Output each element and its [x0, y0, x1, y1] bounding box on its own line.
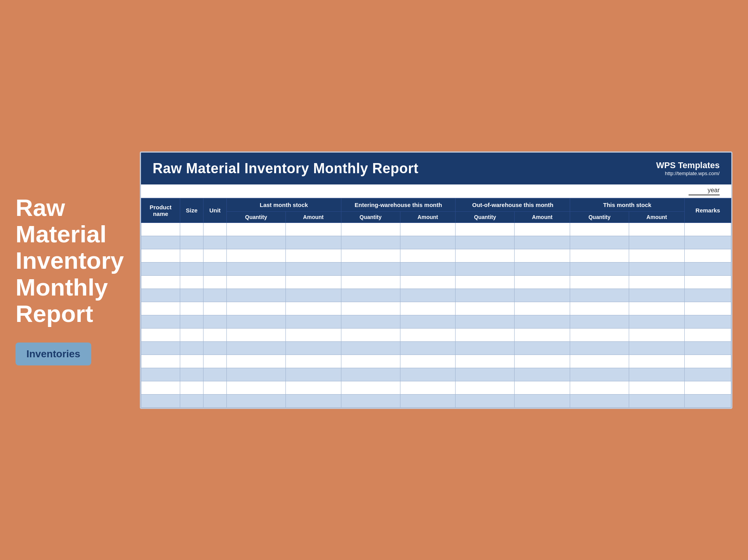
table-cell[interactable] — [227, 249, 286, 262]
table-cell[interactable] — [180, 262, 204, 275]
table-cell[interactable] — [204, 289, 227, 302]
table-cell[interactable] — [570, 368, 629, 381]
table-cell[interactable] — [515, 355, 570, 368]
table-cell[interactable] — [400, 355, 456, 368]
table-cell[interactable] — [629, 275, 685, 289]
table-cell[interactable] — [515, 275, 570, 289]
table-cell[interactable] — [570, 249, 629, 262]
table-cell[interactable] — [629, 223, 685, 236]
table-cell[interactable] — [400, 341, 456, 355]
table-cell[interactable] — [341, 236, 400, 249]
table-cell[interactable] — [685, 302, 731, 315]
table-cell[interactable] — [341, 289, 400, 302]
table-cell[interactable] — [629, 368, 685, 381]
table-cell[interactable] — [456, 328, 515, 341]
table-cell[interactable] — [400, 236, 456, 249]
table-cell[interactable] — [685, 249, 731, 262]
table-cell[interactable] — [141, 249, 180, 262]
table-cell[interactable] — [515, 262, 570, 275]
table-cell[interactable] — [570, 355, 629, 368]
table-cell[interactable] — [141, 289, 180, 302]
table-cell[interactable] — [285, 223, 341, 236]
table-cell[interactable] — [570, 341, 629, 355]
table-cell[interactable] — [515, 302, 570, 315]
table-cell[interactable] — [400, 275, 456, 289]
table-cell[interactable] — [515, 315, 570, 328]
table-cell[interactable] — [285, 355, 341, 368]
table-cell[interactable] — [341, 262, 400, 275]
table-cell[interactable] — [141, 394, 180, 407]
table-cell[interactable] — [204, 262, 227, 275]
table-cell[interactable] — [341, 328, 400, 341]
table-cell[interactable] — [285, 236, 341, 249]
table-cell[interactable] — [570, 302, 629, 315]
table-cell[interactable] — [341, 223, 400, 236]
table-cell[interactable] — [204, 368, 227, 381]
table-cell[interactable] — [341, 355, 400, 368]
table-cell[interactable] — [227, 315, 286, 328]
table-cell[interactable] — [685, 223, 731, 236]
table-cell[interactable] — [227, 394, 286, 407]
table-cell[interactable] — [456, 262, 515, 275]
table-cell[interactable] — [141, 315, 180, 328]
table-cell[interactable] — [629, 236, 685, 249]
table-cell[interactable] — [204, 236, 227, 249]
table-cell[interactable] — [570, 315, 629, 328]
table-cell[interactable] — [227, 368, 286, 381]
table-cell[interactable] — [400, 381, 456, 394]
table-cell[interactable] — [685, 355, 731, 368]
table-cell[interactable] — [515, 223, 570, 236]
table-cell[interactable] — [341, 341, 400, 355]
table-cell[interactable] — [456, 355, 515, 368]
table-cell[interactable] — [456, 368, 515, 381]
table-cell[interactable] — [285, 275, 341, 289]
table-cell[interactable] — [285, 394, 341, 407]
table-cell[interactable] — [570, 223, 629, 236]
table-cell[interactable] — [180, 289, 204, 302]
table-cell[interactable] — [685, 341, 731, 355]
table-cell[interactable] — [180, 328, 204, 341]
table-cell[interactable] — [141, 381, 180, 394]
table-cell[interactable] — [141, 328, 180, 341]
table-cell[interactable] — [341, 381, 400, 394]
table-cell[interactable] — [180, 394, 204, 407]
table-cell[interactable] — [400, 328, 456, 341]
table-cell[interactable] — [629, 289, 685, 302]
table-cell[interactable] — [515, 328, 570, 341]
table-cell[interactable] — [204, 355, 227, 368]
table-cell[interactable] — [204, 394, 227, 407]
table-cell[interactable] — [180, 249, 204, 262]
table-cell[interactable] — [180, 275, 204, 289]
table-cell[interactable] — [400, 249, 456, 262]
table-cell[interactable] — [456, 236, 515, 249]
table-cell[interactable] — [204, 328, 227, 341]
table-cell[interactable] — [285, 262, 341, 275]
table-cell[interactable] — [400, 289, 456, 302]
table-cell[interactable] — [141, 368, 180, 381]
table-cell[interactable] — [456, 289, 515, 302]
table-cell[interactable] — [141, 355, 180, 368]
table-cell[interactable] — [341, 368, 400, 381]
table-cell[interactable] — [570, 262, 629, 275]
table-cell[interactable] — [285, 315, 341, 328]
table-cell[interactable] — [227, 355, 286, 368]
table-cell[interactable] — [341, 249, 400, 262]
table-cell[interactable] — [180, 341, 204, 355]
table-cell[interactable] — [456, 381, 515, 394]
table-cell[interactable] — [456, 249, 515, 262]
table-cell[interactable] — [685, 289, 731, 302]
table-cell[interactable] — [685, 275, 731, 289]
table-cell[interactable] — [341, 275, 400, 289]
table-cell[interactable] — [227, 289, 286, 302]
table-cell[interactable] — [456, 275, 515, 289]
table-cell[interactable] — [570, 236, 629, 249]
table-cell[interactable] — [180, 368, 204, 381]
table-cell[interactable] — [285, 289, 341, 302]
table-cell[interactable] — [204, 275, 227, 289]
table-cell[interactable] — [570, 381, 629, 394]
table-cell[interactable] — [400, 223, 456, 236]
table-cell[interactable] — [180, 381, 204, 394]
table-cell[interactable] — [285, 381, 341, 394]
table-cell[interactable] — [285, 341, 341, 355]
table-cell[interactable] — [204, 302, 227, 315]
